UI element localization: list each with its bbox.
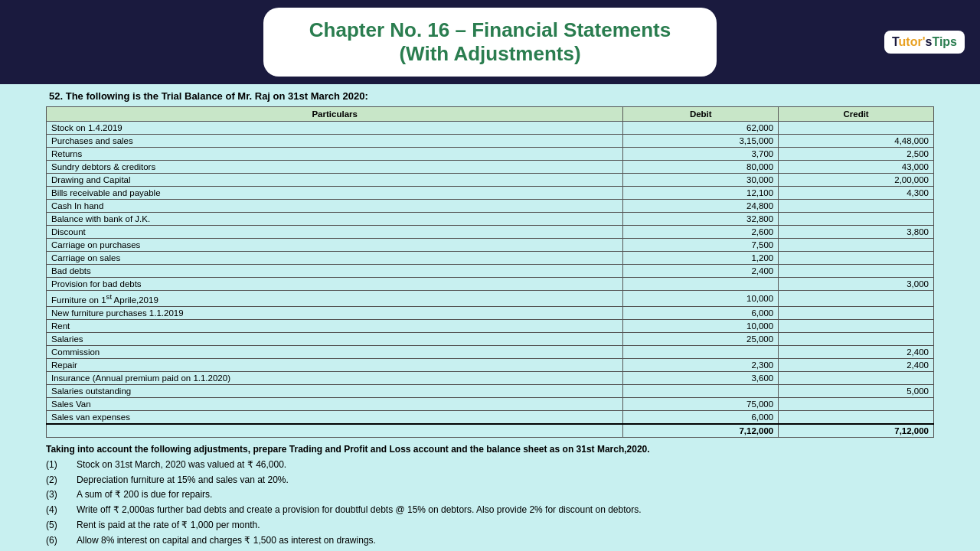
table-row: Provision for bad debts3,000 bbox=[47, 278, 934, 291]
row-particulars: Stock on 1.4.2019 bbox=[47, 122, 623, 135]
total-credit: 7,12,000 bbox=[779, 424, 934, 438]
adj-number: (6) bbox=[46, 534, 77, 547]
row-credit bbox=[779, 332, 934, 345]
row-particulars: Sales van expenses bbox=[47, 410, 623, 424]
row-debit: 62,000 bbox=[623, 122, 779, 135]
row-debit: 3,15,000 bbox=[623, 135, 779, 148]
row-debit: 2,400 bbox=[623, 265, 779, 278]
row-debit bbox=[623, 384, 779, 397]
adjustment-item: (4)Write off ₹ 2,000as further bad debts… bbox=[46, 504, 934, 517]
table-row: Sundry debtors & creditors80,00043,000 bbox=[47, 161, 934, 174]
page-title: Chapter No. 16 – Financial Statements (W… bbox=[309, 18, 671, 66]
table-row: Carriage on purchases7,500 bbox=[47, 239, 934, 252]
row-debit: 80,000 bbox=[623, 161, 779, 174]
row-credit bbox=[779, 397, 934, 410]
table-row: Furniture on 1st Aprile,201910,000 bbox=[47, 291, 934, 307]
row-credit bbox=[779, 213, 934, 226]
table-row: Bills receivable and payable12,1004,300 bbox=[47, 187, 934, 200]
row-credit bbox=[779, 122, 934, 135]
row-debit: 30,000 bbox=[623, 174, 779, 187]
table-row: New furniture purchases 1.1.20196,000 bbox=[47, 306, 934, 319]
row-debit: 10,000 bbox=[623, 319, 779, 332]
table-row: Cash In hand24,800 bbox=[47, 200, 934, 213]
table-row: Carriage on sales1,200 bbox=[47, 252, 934, 265]
row-particulars: Bad debts bbox=[47, 265, 623, 278]
table-row: Salaries25,000 bbox=[47, 332, 934, 345]
row-credit: 43,000 bbox=[779, 161, 934, 174]
adjustment-item: (1)Stock on 31st March, 2020 was valued … bbox=[46, 458, 934, 471]
row-credit bbox=[779, 291, 934, 307]
logo: Tutor'sTips bbox=[884, 31, 965, 54]
row-particulars: Repair bbox=[47, 358, 623, 371]
adj-text: Stock on 31st March, 2020 was valued at … bbox=[77, 458, 934, 471]
row-particulars: Bills receivable and payable bbox=[47, 187, 623, 200]
row-credit: 3,800 bbox=[779, 226, 934, 239]
table-row: Salaries outstanding5,000 bbox=[47, 384, 934, 397]
adj-text: Allow 8% interest on capital and charges… bbox=[77, 534, 934, 547]
row-debit: 10,000 bbox=[623, 291, 779, 307]
table-row: Sales Van75,000 bbox=[47, 397, 934, 410]
row-credit: 2,500 bbox=[779, 148, 934, 161]
adj-text: A sum of ₹ 200 is due for repairs. bbox=[77, 488, 934, 501]
row-debit bbox=[623, 278, 779, 291]
total-row: 7,12,0007,12,000 bbox=[47, 424, 934, 438]
row-particulars: Insurance (Annual premium paid on 1.1.20… bbox=[47, 371, 623, 384]
adjustments-intro: Taking into account the following adjust… bbox=[46, 444, 934, 455]
table-row: Bad debts2,400 bbox=[47, 265, 934, 278]
row-particulars: Provision for bad debts bbox=[47, 278, 623, 291]
table-row: Repair2,3002,400 bbox=[47, 358, 934, 371]
row-particulars: New furniture purchases 1.1.2019 bbox=[47, 306, 623, 319]
row-credit bbox=[779, 239, 934, 252]
row-particulars: Carriage on sales bbox=[47, 252, 623, 265]
total-debit: 7,12,000 bbox=[623, 424, 779, 438]
adj-number: (5) bbox=[46, 519, 77, 532]
adjustments-list: (1)Stock on 31st March, 2020 was valued … bbox=[46, 458, 934, 551]
row-particulars: Discount bbox=[47, 226, 623, 239]
row-credit bbox=[779, 306, 934, 319]
adj-number: (4) bbox=[46, 504, 77, 517]
adj-text: Rent is paid at the rate of ₹ 1,000 per … bbox=[77, 519, 934, 532]
table-row: Discount2,6003,800 bbox=[47, 226, 934, 239]
logo-s-text: utor' bbox=[899, 35, 926, 48]
row-particulars: Carriage on purchases bbox=[47, 239, 623, 252]
adjustment-item: (2)Depreciation furniture at 15% and sal… bbox=[46, 474, 934, 487]
row-debit: 6,000 bbox=[623, 306, 779, 319]
row-debit: 3,600 bbox=[623, 371, 779, 384]
row-particulars: Returns bbox=[47, 148, 623, 161]
row-debit: 3,700 bbox=[623, 148, 779, 161]
row-credit bbox=[779, 371, 934, 384]
col-particulars: Particulars bbox=[47, 107, 623, 122]
row-debit: 12,100 bbox=[623, 187, 779, 200]
adj-text: Depreciation furniture at 15% and sales … bbox=[77, 474, 934, 487]
table-row: Returns3,7002,500 bbox=[47, 148, 934, 161]
table-row: Commission2,400 bbox=[47, 345, 934, 358]
row-debit: 2,600 bbox=[623, 226, 779, 239]
table-row: Rent10,000 bbox=[47, 319, 934, 332]
row-particulars: Sales Van bbox=[47, 397, 623, 410]
row-debit: 32,800 bbox=[623, 213, 779, 226]
row-debit: 25,000 bbox=[623, 332, 779, 345]
row-debit: 75,000 bbox=[623, 397, 779, 410]
row-credit bbox=[779, 200, 934, 213]
row-particulars: Purchases and sales bbox=[47, 135, 623, 148]
row-particulars: Furniture on 1st Aprile,2019 bbox=[47, 291, 623, 307]
row-credit: 2,400 bbox=[779, 345, 934, 358]
adj-number: (2) bbox=[46, 474, 77, 487]
row-credit: 2,00,000 bbox=[779, 174, 934, 187]
row-debit: 1,200 bbox=[623, 252, 779, 265]
table-row: Drawing and Capital30,0002,00,000 bbox=[47, 174, 934, 187]
table-row: Stock on 1.4.201962,000 bbox=[47, 122, 934, 135]
header: Chapter No. 16 – Financial Statements (W… bbox=[0, 0, 980, 84]
row-particulars: Balance with bank of J.K. bbox=[47, 213, 623, 226]
adj-number: (1) bbox=[46, 458, 77, 471]
row-debit: 6,000 bbox=[623, 410, 779, 424]
logo-tutor-text: T bbox=[892, 35, 899, 48]
table-row: Sales van expenses6,000 bbox=[47, 410, 934, 424]
row-particulars: Salaries outstanding bbox=[47, 384, 623, 397]
row-credit: 4,300 bbox=[779, 187, 934, 200]
row-debit: 7,500 bbox=[623, 239, 779, 252]
adjustment-item: (3)A sum of ₹ 200 is due for repairs. bbox=[46, 488, 934, 501]
table-row: Purchases and sales3,15,0004,48,000 bbox=[47, 135, 934, 148]
row-credit: 3,000 bbox=[779, 278, 934, 291]
table-row: Balance with bank of J.K.32,800 bbox=[47, 213, 934, 226]
